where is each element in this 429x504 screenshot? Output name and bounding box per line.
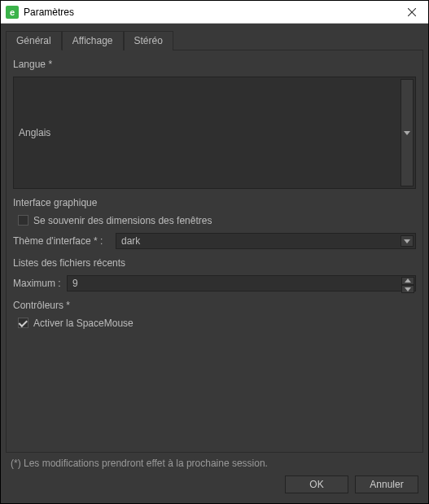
svg-marker-5	[405, 287, 411, 291]
tab-general[interactable]: Général	[6, 31, 62, 50]
spacemouse-checkbox[interactable]	[18, 318, 28, 328]
language-label: Langue *	[13, 59, 416, 70]
theme-label: Thème d'interface * :	[13, 235, 111, 247]
dialog-body: Général Affichage Stéréo Langue * Anglai…	[1, 24, 428, 503]
spin-up-button[interactable]	[401, 277, 414, 285]
chevron-down-icon	[401, 235, 414, 247]
spacemouse-label: Activer la SpaceMouse	[33, 318, 134, 329]
recent-section-label: Listes des fichiers récents	[13, 257, 416, 269]
tab-panel-general: Langue * Anglais Interface graphique Se …	[6, 50, 423, 453]
tab-affichage[interactable]: Affichage	[62, 31, 124, 50]
gui-section-label: Interface graphique	[13, 197, 416, 208]
cancel-button[interactable]: Annuler	[355, 476, 418, 493]
footer-note: (*) Les modifications prendront effet à …	[11, 458, 418, 469]
max-value: 9	[72, 278, 78, 289]
language-select[interactable]: Anglais	[13, 77, 416, 189]
window-title: Paramètres	[24, 7, 396, 18]
tab-bar: Général Affichage Stéréo	[6, 30, 423, 50]
close-button[interactable]	[396, 1, 428, 24]
ok-button[interactable]: OK	[285, 476, 348, 493]
titlebar: e Paramètres	[1, 1, 428, 24]
spin-down-button[interactable]	[401, 285, 414, 293]
app-icon: e	[6, 6, 19, 19]
svg-marker-3	[404, 239, 410, 243]
svg-marker-4	[405, 278, 411, 283]
chevron-down-icon	[401, 79, 414, 186]
max-spinbox[interactable]: 9	[67, 275, 416, 291]
language-value: Anglais	[19, 127, 50, 138]
max-label: Maximum :	[13, 278, 62, 289]
theme-select[interactable]: dark	[116, 233, 416, 249]
close-icon	[408, 8, 416, 16]
remember-dims-checkbox[interactable]	[18, 215, 28, 226]
remember-dims-label: Se souvenir des dimensions des fenêtres	[33, 215, 212, 226]
dialog-footer: (*) Les modifications prendront effet à …	[6, 453, 423, 498]
controllers-label: Contrôleurs *	[13, 300, 416, 311]
svg-marker-2	[404, 131, 410, 135]
tab-stereo[interactable]: Stéréo	[124, 31, 173, 50]
theme-value: dark	[121, 235, 140, 247]
